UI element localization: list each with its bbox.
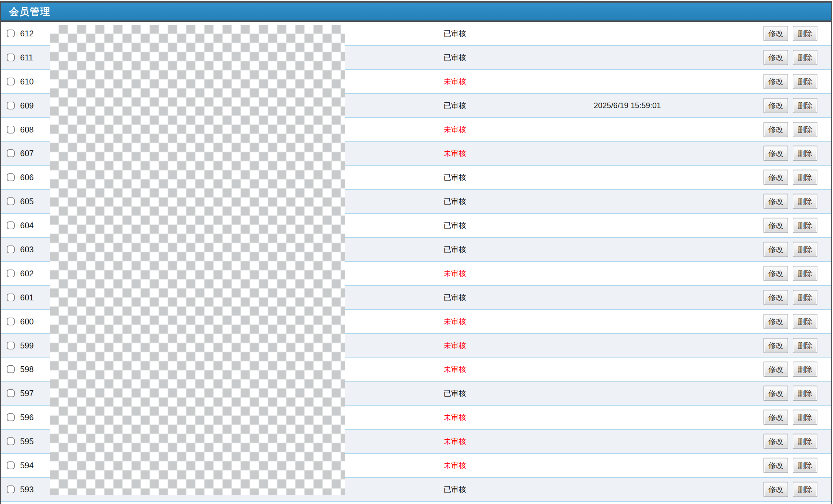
edit-button[interactable]: 修改 (763, 50, 788, 65)
row-checkbox[interactable] (7, 365, 15, 373)
member-id: 597 (20, 389, 34, 398)
delete-button[interactable]: 删除 (793, 242, 817, 257)
delete-button[interactable]: 删除 (793, 50, 817, 65)
panel-header: 会员管理 (1, 3, 831, 22)
row-actions: 修改 删除 (763, 434, 817, 449)
member-id: 606 (20, 173, 34, 182)
delete-button[interactable]: 删除 (793, 482, 817, 497)
row-checkbox[interactable] (7, 269, 15, 277)
member-id: 601 (20, 293, 34, 302)
row-actions: 修改 删除 (763, 338, 817, 353)
edit-button[interactable]: 修改 (763, 458, 788, 473)
audit-status-label: 未审核 (432, 268, 478, 278)
audit-status-label: 未审核 (432, 124, 478, 135)
member-id: 602 (20, 268, 34, 278)
delete-button[interactable]: 删除 (793, 410, 817, 425)
delete-button[interactable]: 删除 (793, 338, 817, 353)
edit-button[interactable]: 修改 (763, 74, 788, 89)
row-checkbox[interactable] (7, 389, 15, 397)
delete-button[interactable]: 删除 (793, 146, 817, 161)
row-checkbox[interactable] (7, 437, 15, 445)
member-id: 596 (20, 413, 34, 422)
row-checkbox[interactable] (7, 293, 15, 302)
edit-button[interactable]: 修改 (763, 410, 788, 425)
row-checkbox[interactable] (7, 173, 15, 181)
edit-button[interactable]: 修改 (763, 122, 788, 137)
row-checkbox[interactable] (7, 221, 15, 229)
delete-button[interactable]: 删除 (793, 218, 817, 233)
row-actions: 修改 删除 (763, 146, 817, 161)
delete-button[interactable]: 删除 (793, 266, 817, 281)
row-checkbox[interactable] (7, 485, 15, 493)
edit-button[interactable]: 修改 (763, 266, 788, 281)
delete-button[interactable]: 删除 (793, 314, 817, 329)
member-id: 599 (20, 341, 34, 350)
edit-button[interactable]: 修改 (763, 218, 788, 233)
row-checkbox[interactable] (7, 54, 15, 62)
row-checkbox[interactable] (7, 461, 15, 469)
member-id: 607 (20, 149, 34, 158)
audit-status-label: 已审核 (432, 172, 478, 183)
edit-button[interactable]: 修改 (763, 386, 788, 401)
edit-button[interactable]: 修改 (763, 482, 788, 497)
delete-button[interactable]: 删除 (793, 434, 817, 449)
edit-button[interactable]: 修改 (763, 194, 788, 209)
edit-button[interactable]: 修改 (763, 146, 788, 161)
row-actions: 修改 删除 (763, 50, 817, 65)
audit-status-label: 已审核 (432, 196, 478, 207)
member-id: 608 (20, 125, 34, 134)
member-id: 594 (20, 460, 34, 470)
delete-button[interactable]: 删除 (793, 290, 817, 305)
audit-status-label: 已审核 (432, 292, 478, 302)
member-id: 611 (20, 53, 33, 62)
audit-status-label: 未审核 (432, 76, 478, 87)
audit-status-label: 已审核 (432, 388, 478, 399)
audit-status-label: 已审核 (432, 244, 478, 254)
delete-button[interactable]: 删除 (793, 74, 817, 89)
delete-button[interactable]: 删除 (793, 122, 817, 137)
edit-button[interactable]: 修改 (763, 434, 788, 449)
row-actions: 修改 删除 (763, 410, 817, 425)
delete-button[interactable]: 删除 (793, 98, 817, 113)
audit-status-label: 未审核 (432, 412, 478, 423)
row-checkbox[interactable] (7, 413, 15, 421)
edit-button[interactable]: 修改 (763, 314, 788, 329)
edit-button[interactable]: 修改 (763, 26, 788, 41)
row-checkbox[interactable] (7, 149, 15, 157)
row-actions: 修改 删除 (763, 362, 817, 377)
row-checkbox[interactable] (7, 197, 15, 205)
edit-button[interactable]: 修改 (763, 170, 788, 185)
redacted-image-area (50, 25, 345, 495)
audit-status-label: 未审核 (432, 148, 478, 159)
delete-button[interactable]: 删除 (793, 362, 817, 377)
delete-button[interactable]: 删除 (793, 386, 817, 401)
delete-button[interactable]: 删除 (793, 194, 817, 209)
edit-button[interactable]: 修改 (763, 290, 788, 305)
delete-button[interactable]: 删除 (793, 458, 817, 473)
row-actions: 修改 删除 (763, 458, 817, 473)
audit-status-label: 未审核 (432, 460, 478, 470)
edit-button[interactable]: 修改 (763, 338, 788, 353)
delete-button[interactable]: 删除 (793, 26, 817, 41)
row-checkbox[interactable] (7, 318, 15, 326)
edit-button[interactable]: 修改 (763, 242, 788, 257)
row-checkbox[interactable] (7, 245, 15, 253)
member-management-panel: 会员管理 612 已审核 修改 删除 611 已审核 修改 删除 610 未审核… (0, 1, 832, 504)
audit-timestamp: 2025/6/19 15:59:01 (569, 101, 686, 110)
row-actions: 修改 删除 (763, 482, 817, 497)
edit-button[interactable]: 修改 (763, 98, 788, 113)
row-checkbox[interactable] (7, 126, 15, 134)
member-id: 605 (20, 197, 34, 206)
row-checkbox[interactable] (7, 29, 15, 37)
member-id: 604 (20, 221, 34, 230)
row-actions: 修改 删除 (763, 290, 817, 305)
row-checkbox[interactable] (7, 78, 15, 86)
delete-button[interactable]: 删除 (793, 170, 817, 185)
audit-status-label: 已审核 (432, 52, 478, 62)
row-checkbox[interactable] (7, 102, 15, 110)
member-id: 609 (20, 101, 34, 110)
audit-status-label: 已审核 (432, 28, 478, 38)
row-checkbox[interactable] (7, 342, 15, 350)
edit-button[interactable]: 修改 (763, 362, 788, 377)
member-id: 600 (20, 317, 34, 326)
